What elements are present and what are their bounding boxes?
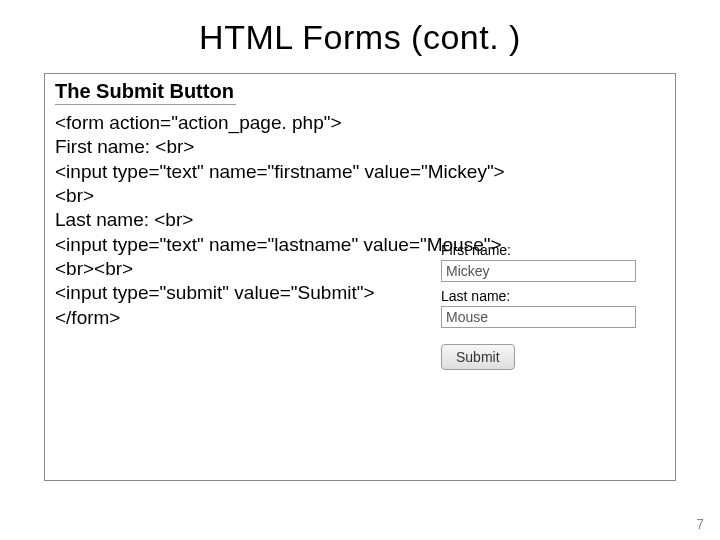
- page-title: HTML Forms (cont. ): [44, 18, 676, 57]
- slide: HTML Forms (cont. ) The Submit Button <f…: [0, 0, 720, 540]
- code-line: <input type="text" name="lastname" value…: [55, 234, 502, 255]
- code-line: Last name: <br>: [55, 209, 193, 230]
- code-line: </form>: [55, 307, 120, 328]
- firstname-input[interactable]: [441, 260, 636, 282]
- content-box: The Submit Button <form action="action_p…: [44, 73, 676, 481]
- rendered-form: First name: Last name: Submit: [441, 242, 641, 370]
- submit-button[interactable]: Submit: [441, 344, 515, 370]
- lastname-label: Last name:: [441, 288, 641, 304]
- page-number: 7: [696, 516, 704, 532]
- code-line: <form action="action_page. php">: [55, 112, 342, 133]
- code-line: First name: <br>: [55, 136, 194, 157]
- subheading: The Submit Button: [55, 80, 236, 105]
- code-line: <br>: [55, 185, 94, 206]
- lastname-input[interactable]: [441, 306, 636, 328]
- firstname-label: First name:: [441, 242, 641, 258]
- code-line: <input type="text" name="firstname" valu…: [55, 161, 505, 182]
- code-line: <br><br>: [55, 258, 133, 279]
- code-line: <input type="submit" value="Submit">: [55, 282, 375, 303]
